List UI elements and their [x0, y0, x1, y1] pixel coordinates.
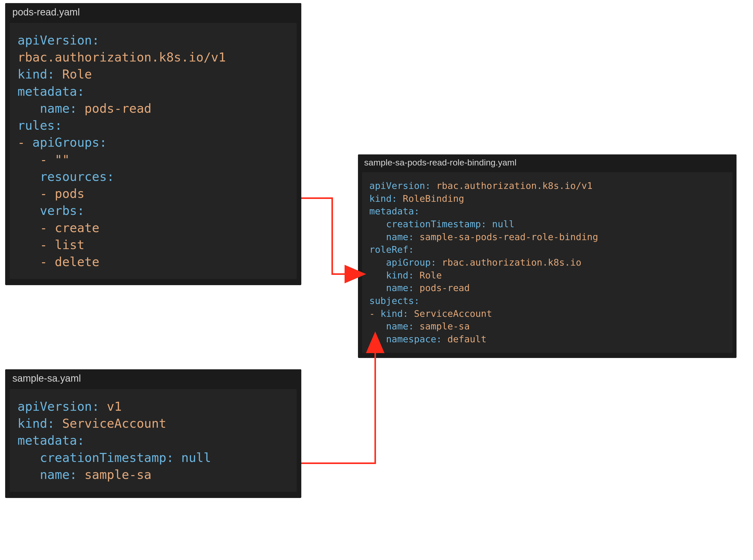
panel-title: sample-sa-pods-read-role-binding.yaml	[358, 155, 736, 171]
panel-code-block: apiVersion: v1 kind: ServiceAccount meta…	[10, 389, 297, 492]
yaml-panel-pods-read: pods-read.yaml apiVersion: rbac.authoriz…	[5, 3, 301, 285]
yaml-code: apiVersion: v1 kind: ServiceAccount meta…	[18, 398, 289, 483]
yaml-panel-sample-sa: sample-sa.yaml apiVersion: v1 kind: Serv…	[5, 369, 301, 498]
yaml-code: apiVersion: rbac.authorization.k8s.io/v1…	[18, 32, 289, 270]
panel-title: pods-read.yaml	[5, 3, 301, 21]
panel-title: sample-sa.yaml	[5, 369, 301, 387]
arrow-pods-read-to-rolebinding	[301, 198, 363, 274]
yaml-code: apiVersion: rbac.authorization.k8s.io/v1…	[369, 179, 725, 346]
panel-code-block: apiVersion: rbac.authorization.k8s.io/v1…	[10, 23, 297, 279]
panel-code-block: apiVersion: rbac.authorization.k8s.io/v1…	[362, 172, 732, 353]
yaml-panel-role-binding: sample-sa-pods-read-role-binding.yaml ap…	[358, 155, 736, 358]
